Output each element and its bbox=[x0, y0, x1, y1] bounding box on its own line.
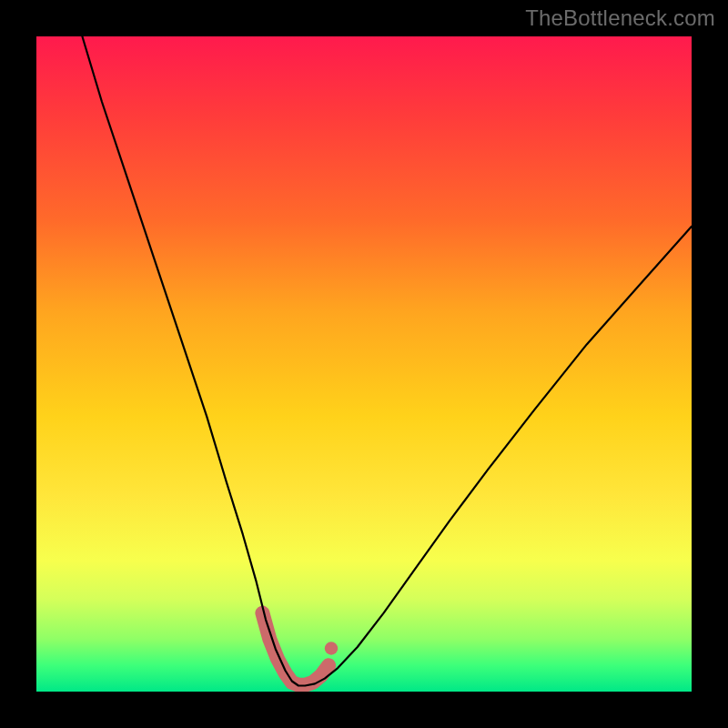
chart-frame: TheBottleneck.com bbox=[0, 0, 728, 728]
plot-area bbox=[36, 36, 692, 692]
marker-band-path bbox=[262, 613, 329, 685]
chart-svg bbox=[36, 36, 692, 692]
watermark-text: TheBottleneck.com bbox=[525, 5, 715, 31]
marker-outlier-dot bbox=[325, 642, 338, 654]
bottleneck-curve-path bbox=[82, 36, 692, 686]
